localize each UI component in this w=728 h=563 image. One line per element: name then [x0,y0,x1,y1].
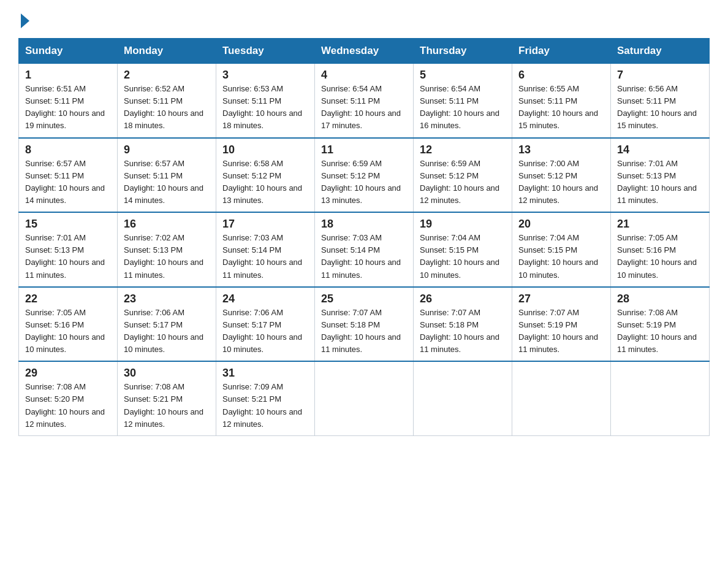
day-number: 4 [321,69,407,82]
day-info: Sunrise: 7:07 AMSunset: 5:18 PMDaylight:… [420,307,506,356]
calendar-day-cell: 1Sunrise: 6:51 AMSunset: 5:11 PMDaylight… [19,64,118,138]
day-info: Sunrise: 7:07 AMSunset: 5:19 PMDaylight:… [518,307,604,356]
day-info: Sunrise: 7:09 AMSunset: 5:21 PMDaylight:… [222,381,308,431]
day-number: 22 [25,293,111,305]
calendar-day-cell: 9Sunrise: 6:57 AMSunset: 5:11 PMDaylight… [118,138,216,213]
calendar-day-cell: 7Sunrise: 6:56 AMSunset: 5:11 PMDaylight… [611,64,710,138]
calendar-day-cell: 23Sunrise: 7:06 AMSunset: 5:17 PMDayligh… [118,287,216,362]
day-number: 13 [518,144,604,156]
calendar-day-cell: 3Sunrise: 6:53 AMSunset: 5:11 PMDaylight… [216,64,315,138]
day-info: Sunrise: 6:57 AMSunset: 5:11 PMDaylight:… [124,158,210,207]
day-info: Sunrise: 6:56 AMSunset: 5:11 PMDaylight:… [617,83,703,132]
calendar-day-cell: 17Sunrise: 7:03 AMSunset: 5:14 PMDayligh… [216,212,315,287]
day-info: Sunrise: 6:59 AMSunset: 5:12 PMDaylight:… [420,158,506,207]
weekday-header-saturday: Saturday [611,39,710,64]
day-info: Sunrise: 7:04 AMSunset: 5:15 PMDaylight:… [518,232,604,282]
calendar-day-cell: 29Sunrise: 7:08 AMSunset: 5:20 PMDayligh… [19,361,118,435]
calendar-day-cell: 27Sunrise: 7:07 AMSunset: 5:19 PMDayligh… [512,287,611,362]
day-number: 3 [222,69,308,82]
day-number: 1 [25,69,111,82]
calendar-week-row: 15Sunrise: 7:01 AMSunset: 5:13 PMDayligh… [19,212,710,287]
day-number: 24 [222,293,308,305]
day-info: Sunrise: 7:06 AMSunset: 5:17 PMDaylight:… [222,307,308,356]
calendar-day-cell: 25Sunrise: 7:07 AMSunset: 5:18 PMDayligh… [315,287,414,362]
day-number: 2 [124,69,210,82]
day-info: Sunrise: 7:07 AMSunset: 5:18 PMDaylight:… [321,307,407,356]
calendar-day-cell: 10Sunrise: 6:58 AMSunset: 5:12 PMDayligh… [216,138,315,213]
day-number: 5 [420,69,506,82]
calendar-day-cell: 15Sunrise: 7:01 AMSunset: 5:13 PMDayligh… [19,212,118,287]
day-info: Sunrise: 7:08 AMSunset: 5:20 PMDaylight:… [25,381,111,431]
calendar-day-cell: 5Sunrise: 6:54 AMSunset: 5:11 PMDaylight… [414,64,512,138]
day-number: 30 [124,367,210,380]
day-info: Sunrise: 7:00 AMSunset: 5:12 PMDaylight:… [518,158,604,207]
day-number: 21 [617,218,703,231]
calendar-day-cell [315,361,414,435]
day-info: Sunrise: 7:03 AMSunset: 5:14 PMDaylight:… [321,232,407,282]
logo-triangle-icon [21,13,29,28]
day-number: 25 [321,293,407,305]
day-info: Sunrise: 7:01 AMSunset: 5:13 PMDaylight:… [617,158,703,207]
calendar-day-cell [512,361,611,435]
weekday-header-tuesday: Tuesday [216,39,315,64]
calendar-day-cell: 4Sunrise: 6:54 AMSunset: 5:11 PMDaylight… [315,64,414,138]
calendar-week-row: 22Sunrise: 7:05 AMSunset: 5:16 PMDayligh… [19,287,710,362]
day-number: 31 [222,367,308,380]
calendar-week-row: 1Sunrise: 6:51 AMSunset: 5:11 PMDaylight… [19,64,710,138]
calendar-week-row: 8Sunrise: 6:57 AMSunset: 5:11 PMDaylight… [19,138,710,213]
day-number: 11 [321,144,407,156]
calendar-day-cell: 2Sunrise: 6:52 AMSunset: 5:11 PMDaylight… [118,64,216,138]
day-info: Sunrise: 7:08 AMSunset: 5:21 PMDaylight:… [124,381,210,431]
day-info: Sunrise: 6:53 AMSunset: 5:11 PMDaylight:… [222,83,308,132]
calendar-day-cell: 12Sunrise: 6:59 AMSunset: 5:12 PMDayligh… [414,138,512,213]
calendar-day-cell: 30Sunrise: 7:08 AMSunset: 5:21 PMDayligh… [118,361,216,435]
day-info: Sunrise: 6:51 AMSunset: 5:11 PMDaylight:… [25,83,111,132]
calendar-day-cell: 24Sunrise: 7:06 AMSunset: 5:17 PMDayligh… [216,287,315,362]
day-info: Sunrise: 6:55 AMSunset: 5:11 PMDaylight:… [518,83,604,132]
calendar-day-cell: 28Sunrise: 7:08 AMSunset: 5:19 PMDayligh… [611,287,710,362]
day-number: 26 [420,293,506,305]
day-info: Sunrise: 6:54 AMSunset: 5:11 PMDaylight:… [420,83,506,132]
day-info: Sunrise: 7:04 AMSunset: 5:15 PMDaylight:… [420,232,506,282]
calendar-week-row: 29Sunrise: 7:08 AMSunset: 5:20 PMDayligh… [19,361,710,435]
calendar-day-cell: 14Sunrise: 7:01 AMSunset: 5:13 PMDayligh… [611,138,710,213]
day-info: Sunrise: 7:05 AMSunset: 5:16 PMDaylight:… [617,232,703,282]
weekday-header-monday: Monday [118,39,216,64]
day-info: Sunrise: 7:02 AMSunset: 5:13 PMDaylight:… [124,232,210,282]
calendar-table: SundayMondayTuesdayWednesdayThursdayFrid… [18,38,710,436]
day-number: 28 [617,293,703,305]
calendar-day-cell: 6Sunrise: 6:55 AMSunset: 5:11 PMDaylight… [512,64,611,138]
day-info: Sunrise: 6:59 AMSunset: 5:12 PMDaylight:… [321,158,407,207]
day-number: 17 [222,218,308,231]
day-info: Sunrise: 7:03 AMSunset: 5:14 PMDaylight:… [222,232,308,282]
day-info: Sunrise: 7:01 AMSunset: 5:13 PMDaylight:… [25,232,111,282]
day-number: 7 [617,69,703,82]
day-number: 19 [420,218,506,231]
day-number: 20 [518,218,604,231]
weekday-header-friday: Friday [512,39,611,64]
calendar-day-cell: 22Sunrise: 7:05 AMSunset: 5:16 PMDayligh… [19,287,118,362]
page-header [18,12,710,26]
day-info: Sunrise: 7:06 AMSunset: 5:17 PMDaylight:… [124,307,210,356]
calendar-day-cell: 8Sunrise: 6:57 AMSunset: 5:11 PMDaylight… [19,138,118,213]
weekday-header-wednesday: Wednesday [315,39,414,64]
calendar-day-cell: 31Sunrise: 7:09 AMSunset: 5:21 PMDayligh… [216,361,315,435]
calendar-day-cell [611,361,710,435]
calendar-day-cell: 19Sunrise: 7:04 AMSunset: 5:15 PMDayligh… [414,212,512,287]
day-number: 12 [420,144,506,156]
day-info: Sunrise: 7:08 AMSunset: 5:19 PMDaylight:… [617,307,703,356]
calendar-day-cell: 13Sunrise: 7:00 AMSunset: 5:12 PMDayligh… [512,138,611,213]
calendar-day-cell [414,361,512,435]
day-info: Sunrise: 6:58 AMSunset: 5:12 PMDaylight:… [222,158,308,207]
calendar-header-row: SundayMondayTuesdayWednesdayThursdayFrid… [19,39,710,64]
weekday-header-thursday: Thursday [414,39,512,64]
day-number: 10 [222,144,308,156]
day-number: 16 [124,218,210,231]
calendar-day-cell: 21Sunrise: 7:05 AMSunset: 5:16 PMDayligh… [611,212,710,287]
day-number: 15 [25,218,111,231]
calendar-day-cell: 11Sunrise: 6:59 AMSunset: 5:12 PMDayligh… [315,138,414,213]
day-number: 23 [124,293,210,305]
day-info: Sunrise: 6:57 AMSunset: 5:11 PMDaylight:… [25,158,111,207]
day-number: 9 [124,144,210,156]
day-number: 14 [617,144,703,156]
